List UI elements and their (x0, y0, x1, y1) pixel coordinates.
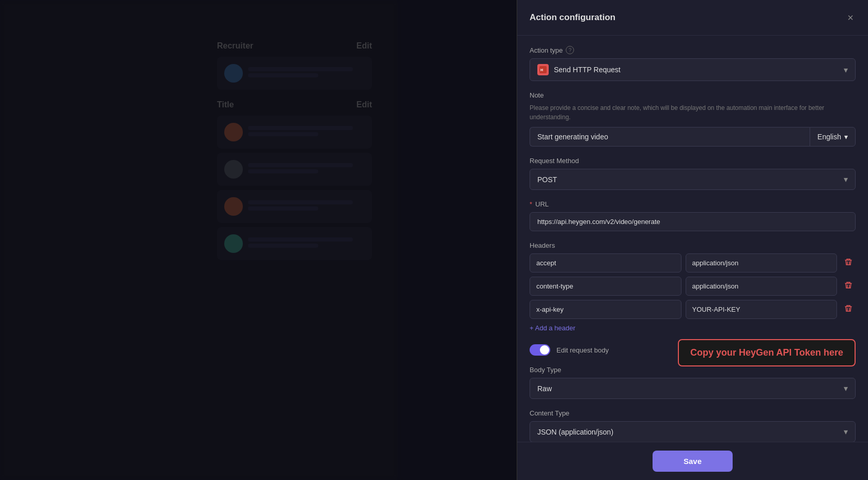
chevron-down-icon: ▾ (844, 174, 848, 184)
copy-api-token-tooltip[interactable]: Copy your HeyGen API Token here (678, 339, 856, 366)
chevron-down-icon: ▾ (844, 427, 848, 437)
action-type-select[interactable]: H Send HTTP Request ▾ (530, 58, 856, 81)
body-type-select[interactable]: Raw ▾ (530, 378, 856, 399)
url-label: * URL (530, 200, 856, 208)
header-value-x-api-key[interactable] (686, 300, 838, 319)
modal-header: Action configuration × (517, 0, 868, 36)
delete-header-button[interactable] (841, 302, 856, 317)
header-row-2 (530, 277, 856, 296)
body-type-group: Body Type Raw ▾ (530, 366, 856, 399)
action-type-group: Action type ? H Send HTTP Request ▾ (530, 46, 856, 81)
delete-header-button[interactable] (841, 256, 856, 270)
request-method-group: Request Method POST ▾ (530, 157, 856, 190)
headers-grid (530, 253, 856, 319)
header-key-x-api-key[interactable] (530, 300, 681, 319)
request-method-select-wrapper: POST ▾ (530, 169, 856, 190)
toggle-knob (540, 345, 549, 355)
request-method-select[interactable]: POST ▾ (530, 169, 856, 190)
modal-footer: Save (517, 442, 868, 480)
content-type-label: Content Type (530, 409, 856, 417)
language-select[interactable]: English ▾ (810, 127, 856, 147)
action-type-label: Action type ? (530, 46, 856, 54)
content-type-group: Content Type JSON (application/json) ▾ (530, 409, 856, 442)
chevron-down-icon: ▾ (844, 65, 848, 75)
note-group: Note Please provide a concise and clear … (530, 91, 856, 147)
help-icon[interactable]: ? (566, 46, 574, 54)
body-type-label: Body Type (530, 366, 856, 374)
header-row-3 (530, 300, 856, 319)
edit-request-body-toggle[interactable] (530, 344, 550, 356)
svg-text:H: H (540, 68, 543, 72)
header-key-content-type[interactable] (530, 277, 681, 296)
modal-body: Action type ? H Send HTTP Request ▾ (517, 36, 868, 442)
save-button[interactable]: Save (653, 451, 733, 472)
action-configuration-panel: Action configuration × Action type ? H S… (517, 0, 868, 480)
close-button[interactable]: × (845, 10, 856, 25)
edit-request-body-label: Edit request body (556, 346, 609, 354)
request-method-label: Request Method (530, 157, 856, 165)
note-label: Note (530, 91, 856, 99)
headers-group: Headers (530, 242, 856, 334)
note-input[interactable] (530, 127, 810, 147)
url-input[interactable] (530, 212, 856, 231)
headers-label: Headers (530, 242, 856, 249)
http-icon: H (537, 64, 549, 75)
note-row: English ▾ (530, 127, 856, 147)
header-value-accept[interactable] (686, 253, 838, 273)
chevron-down-icon: ▾ (844, 383, 848, 393)
content-type-select[interactable]: JSON (application/json) ▾ (530, 421, 856, 442)
delete-header-button[interactable] (841, 279, 856, 294)
url-group: * URL (530, 200, 856, 231)
header-value-content-type[interactable] (686, 277, 838, 296)
note-description: Please provide a concise and clear note,… (530, 103, 856, 122)
edit-request-body-row: Edit request body Copy your HeyGen API T… (530, 344, 856, 356)
header-key-accept[interactable] (530, 253, 681, 273)
header-row-1 (530, 253, 856, 273)
modal-title: Action configuration (530, 12, 615, 23)
add-header-button[interactable]: + Add a header (530, 322, 576, 334)
chevron-down-icon: ▾ (844, 133, 848, 141)
